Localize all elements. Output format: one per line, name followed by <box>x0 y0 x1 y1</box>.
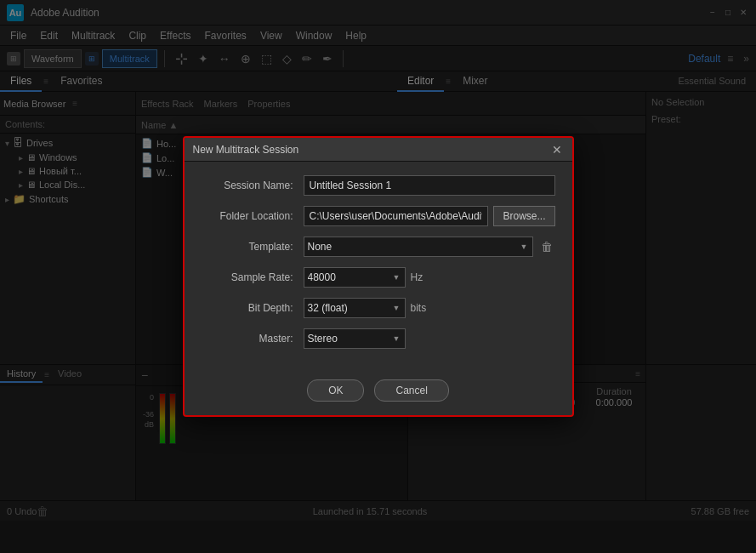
cancel-button[interactable]: Cancel <box>374 379 448 402</box>
hz-unit: Hz <box>411 271 423 283</box>
master-select[interactable]: Stereo Mono 5.1 <box>304 328 406 349</box>
session-name-label: Session Name: <box>202 180 304 191</box>
modal-title: New Multitrack Session <box>193 144 550 156</box>
sample-rate-label: Sample Rate: <box>202 271 304 283</box>
template-row: Template: None 🗑 <box>202 237 555 257</box>
sample-rate-select-wrapper: 48000 44100 96000 192000 <box>304 267 406 288</box>
folder-location-label: Folder Location: <box>202 210 304 222</box>
bits-unit: bits <box>411 302 427 314</box>
template-select-wrapper: None <box>304 237 533 257</box>
bit-depth-control: 32 (float) 16 24 bits <box>304 298 555 318</box>
sample-rate-control: 48000 44100 96000 192000 Hz <box>304 267 555 288</box>
browse-button[interactable]: Browse... <box>493 206 554 226</box>
master-control: Stereo Mono 5.1 <box>304 328 555 349</box>
modal-close-button[interactable]: ✕ <box>550 143 564 157</box>
folder-location-control: Browse... <box>304 206 555 226</box>
bit-depth-row: Bit Depth: 32 (float) 16 24 bits <box>202 298 555 318</box>
template-control: None 🗑 <box>304 237 555 257</box>
folder-location-input[interactable] <box>304 206 489 226</box>
sample-rate-row: Sample Rate: 48000 44100 96000 192000 Hz <box>202 267 555 288</box>
master-select-wrapper: Stereo Mono 5.1 <box>304 328 406 349</box>
session-name-input[interactable] <box>304 175 555 196</box>
template-select[interactable]: None <box>304 237 533 257</box>
template-label: Template: <box>202 241 304 253</box>
modal-body: Session Name: Folder Location: Browse...… <box>185 162 572 373</box>
modal-titlebar: New Multitrack Session ✕ <box>185 138 572 162</box>
master-label: Master: <box>202 333 304 345</box>
template-delete-icon[interactable]: 🗑 <box>538 238 555 255</box>
bit-depth-select-wrapper: 32 (float) 16 24 <box>304 298 406 318</box>
ok-button[interactable]: OK <box>307 379 364 402</box>
master-row: Master: Stereo Mono 5.1 <box>202 328 555 349</box>
bit-depth-select[interactable]: 32 (float) 16 24 <box>304 298 406 318</box>
sample-rate-select[interactable]: 48000 44100 96000 192000 <box>304 267 406 288</box>
session-name-row: Session Name: <box>202 175 555 196</box>
folder-location-row: Folder Location: Browse... <box>202 206 555 226</box>
bit-depth-label: Bit Depth: <box>202 302 304 314</box>
modal-overlay: New Multitrack Session ✕ Session Name: F… <box>0 0 756 553</box>
session-name-control <box>304 175 555 196</box>
new-session-modal: New Multitrack Session ✕ Session Name: F… <box>183 136 574 417</box>
modal-footer: OK Cancel <box>185 373 572 415</box>
